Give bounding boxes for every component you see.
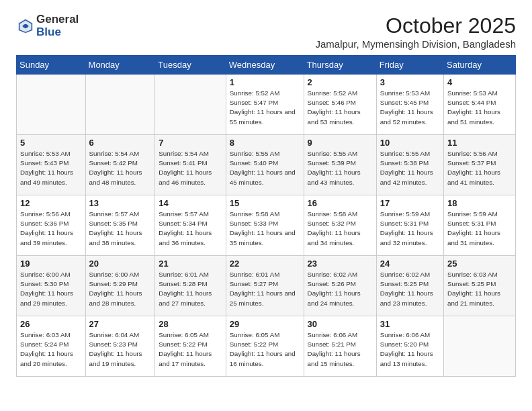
day-detail: Sunrise: 5:55 AMSunset: 5:38 PMDaylight:… bbox=[380, 150, 433, 186]
title-area: October 2025 Jamalpur, Mymensingh Divisi… bbox=[316, 13, 516, 50]
day-number: 26 bbox=[20, 319, 82, 329]
calendar-cell: 25Sunrise: 6:03 AMSunset: 5:25 PMDayligh… bbox=[444, 256, 516, 316]
day-number: 7 bbox=[159, 138, 222, 148]
col-friday: Friday bbox=[376, 56, 443, 75]
day-number: 27 bbox=[89, 319, 152, 329]
col-monday: Monday bbox=[85, 56, 155, 75]
calendar-cell: 13Sunrise: 5:57 AMSunset: 5:35 PMDayligh… bbox=[85, 195, 155, 256]
day-detail: Sunrise: 5:53 AMSunset: 5:44 PMDaylight:… bbox=[447, 89, 500, 126]
day-detail: Sunrise: 5:57 AMSunset: 5:34 PMDaylight:… bbox=[159, 210, 212, 246]
day-number: 6 bbox=[89, 138, 152, 148]
col-thursday: Thursday bbox=[304, 56, 376, 75]
day-detail: Sunrise: 5:59 AMSunset: 5:31 PMDaylight:… bbox=[380, 210, 433, 246]
calendar-cell: 1Sunrise: 5:52 AMSunset: 5:47 PMDaylight… bbox=[226, 75, 304, 135]
day-number: 9 bbox=[308, 138, 373, 148]
day-number: 17 bbox=[380, 198, 440, 208]
day-detail: Sunrise: 6:06 AMSunset: 5:21 PMDaylight:… bbox=[308, 331, 361, 367]
day-detail: Sunrise: 6:05 AMSunset: 5:22 PMDaylight:… bbox=[230, 331, 296, 367]
calendar-table: Sunday Monday Tuesday Wednesday Thursday… bbox=[16, 55, 516, 377]
day-detail: Sunrise: 5:56 AMSunset: 5:36 PMDaylight:… bbox=[20, 210, 73, 246]
day-detail: Sunrise: 6:05 AMSunset: 5:22 PMDaylight:… bbox=[159, 331, 212, 367]
day-number: 16 bbox=[308, 198, 373, 208]
month-title: October 2025 bbox=[316, 13, 516, 38]
calendar-week-5: 26Sunrise: 6:03 AMSunset: 5:24 PMDayligh… bbox=[17, 316, 516, 377]
logo-general: General bbox=[36, 13, 79, 26]
calendar-cell: 3Sunrise: 5:53 AMSunset: 5:45 PMDaylight… bbox=[376, 75, 443, 135]
calendar-cell: 14Sunrise: 5:57 AMSunset: 5:34 PMDayligh… bbox=[155, 195, 226, 256]
day-detail: Sunrise: 5:53 AMSunset: 5:45 PMDaylight:… bbox=[380, 89, 433, 126]
day-detail: Sunrise: 5:54 AMSunset: 5:41 PMDaylight:… bbox=[159, 150, 212, 186]
day-detail: Sunrise: 5:53 AMSunset: 5:43 PMDaylight:… bbox=[20, 150, 73, 186]
location-title: Jamalpur, Mymensingh Division, Banglades… bbox=[316, 38, 516, 50]
day-detail: Sunrise: 6:02 AMSunset: 5:25 PMDaylight:… bbox=[380, 271, 433, 307]
day-detail: Sunrise: 6:00 AMSunset: 5:30 PMDaylight:… bbox=[20, 271, 73, 307]
day-number: 25 bbox=[447, 259, 512, 269]
calendar-cell: 12Sunrise: 5:56 AMSunset: 5:36 PMDayligh… bbox=[17, 195, 86, 256]
calendar-cell: 10Sunrise: 5:55 AMSunset: 5:38 PMDayligh… bbox=[376, 135, 443, 195]
calendar-cell: 8Sunrise: 5:55 AMSunset: 5:40 PMDaylight… bbox=[226, 135, 304, 195]
calendar-cell: 19Sunrise: 6:00 AMSunset: 5:30 PMDayligh… bbox=[17, 256, 86, 316]
calendar-body: 1Sunrise: 5:52 AMSunset: 5:47 PMDaylight… bbox=[17, 75, 516, 377]
day-number: 21 bbox=[159, 259, 222, 269]
calendar-cell: 20Sunrise: 6:00 AMSunset: 5:29 PMDayligh… bbox=[85, 256, 155, 316]
calendar-week-3: 12Sunrise: 5:56 AMSunset: 5:36 PMDayligh… bbox=[17, 195, 516, 256]
calendar-cell: 31Sunrise: 6:06 AMSunset: 5:20 PMDayligh… bbox=[376, 316, 443, 377]
day-number: 28 bbox=[159, 319, 222, 329]
day-detail: Sunrise: 5:54 AMSunset: 5:42 PMDaylight:… bbox=[89, 150, 142, 186]
day-detail: Sunrise: 5:58 AMSunset: 5:33 PMDaylight:… bbox=[230, 210, 296, 246]
calendar-cell: 4Sunrise: 5:53 AMSunset: 5:44 PMDaylight… bbox=[444, 75, 516, 135]
calendar-cell bbox=[155, 75, 226, 135]
logo-icon bbox=[16, 17, 35, 36]
col-wednesday: Wednesday bbox=[226, 56, 304, 75]
day-number: 11 bbox=[447, 138, 512, 148]
day-detail: Sunrise: 6:03 AMSunset: 5:24 PMDaylight:… bbox=[20, 331, 73, 367]
day-detail: Sunrise: 5:56 AMSunset: 5:37 PMDaylight:… bbox=[447, 150, 500, 186]
day-number: 15 bbox=[230, 198, 300, 208]
day-number: 4 bbox=[447, 77, 512, 87]
calendar-cell: 9Sunrise: 5:55 AMSunset: 5:39 PMDaylight… bbox=[304, 135, 376, 195]
day-detail: Sunrise: 6:01 AMSunset: 5:28 PMDaylight:… bbox=[159, 271, 212, 307]
day-number: 24 bbox=[380, 259, 440, 269]
calendar-cell: 30Sunrise: 6:06 AMSunset: 5:21 PMDayligh… bbox=[304, 316, 376, 377]
day-number: 19 bbox=[20, 259, 82, 269]
calendar-cell: 16Sunrise: 5:58 AMSunset: 5:32 PMDayligh… bbox=[304, 195, 376, 256]
day-detail: Sunrise: 5:58 AMSunset: 5:32 PMDaylight:… bbox=[308, 210, 361, 246]
calendar-cell: 22Sunrise: 6:01 AMSunset: 5:27 PMDayligh… bbox=[226, 256, 304, 316]
day-number: 30 bbox=[308, 319, 373, 329]
calendar-cell: 2Sunrise: 5:52 AMSunset: 5:46 PMDaylight… bbox=[304, 75, 376, 135]
calendar-cell: 24Sunrise: 6:02 AMSunset: 5:25 PMDayligh… bbox=[376, 256, 443, 316]
calendar-week-1: 1Sunrise: 5:52 AMSunset: 5:47 PMDaylight… bbox=[17, 75, 516, 135]
calendar-cell: 27Sunrise: 6:04 AMSunset: 5:23 PMDayligh… bbox=[85, 316, 155, 377]
calendar-cell: 11Sunrise: 5:56 AMSunset: 5:37 PMDayligh… bbox=[444, 135, 516, 195]
calendar-header: Sunday Monday Tuesday Wednesday Thursday… bbox=[17, 56, 516, 75]
day-number: 13 bbox=[89, 198, 152, 208]
day-number: 18 bbox=[447, 198, 512, 208]
day-detail: Sunrise: 5:55 AMSunset: 5:40 PMDaylight:… bbox=[230, 150, 296, 186]
calendar-cell: 5Sunrise: 5:53 AMSunset: 5:43 PMDaylight… bbox=[17, 135, 86, 195]
day-detail: Sunrise: 6:03 AMSunset: 5:25 PMDaylight:… bbox=[447, 271, 500, 307]
logo-text: General Blue bbox=[36, 13, 79, 38]
day-detail: Sunrise: 6:01 AMSunset: 5:27 PMDaylight:… bbox=[230, 271, 296, 307]
calendar-cell: 7Sunrise: 5:54 AMSunset: 5:41 PMDaylight… bbox=[155, 135, 226, 195]
day-detail: Sunrise: 5:55 AMSunset: 5:39 PMDaylight:… bbox=[308, 150, 361, 186]
header: General Blue October 2025 Jamalpur, Myme… bbox=[16, 13, 516, 50]
col-tuesday: Tuesday bbox=[155, 56, 226, 75]
calendar-cell: 26Sunrise: 6:03 AMSunset: 5:24 PMDayligh… bbox=[17, 316, 86, 377]
day-number: 22 bbox=[230, 259, 300, 269]
calendar-week-4: 19Sunrise: 6:00 AMSunset: 5:30 PMDayligh… bbox=[17, 256, 516, 316]
calendar-cell: 18Sunrise: 5:59 AMSunset: 5:31 PMDayligh… bbox=[444, 195, 516, 256]
logo-blue: Blue bbox=[36, 26, 79, 39]
day-number: 2 bbox=[308, 77, 373, 87]
day-number: 10 bbox=[380, 138, 440, 148]
day-number: 3 bbox=[380, 77, 440, 87]
day-number: 23 bbox=[308, 259, 373, 269]
calendar-cell: 17Sunrise: 5:59 AMSunset: 5:31 PMDayligh… bbox=[376, 195, 443, 256]
day-detail: Sunrise: 6:06 AMSunset: 5:20 PMDaylight:… bbox=[380, 331, 433, 367]
calendar-week-2: 5Sunrise: 5:53 AMSunset: 5:43 PMDaylight… bbox=[17, 135, 516, 195]
calendar-cell: 15Sunrise: 5:58 AMSunset: 5:33 PMDayligh… bbox=[226, 195, 304, 256]
day-number: 1 bbox=[230, 77, 300, 87]
day-number: 20 bbox=[89, 259, 152, 269]
day-number: 12 bbox=[20, 198, 82, 208]
day-number: 8 bbox=[230, 138, 300, 148]
calendar-cell: 29Sunrise: 6:05 AMSunset: 5:22 PMDayligh… bbox=[226, 316, 304, 377]
